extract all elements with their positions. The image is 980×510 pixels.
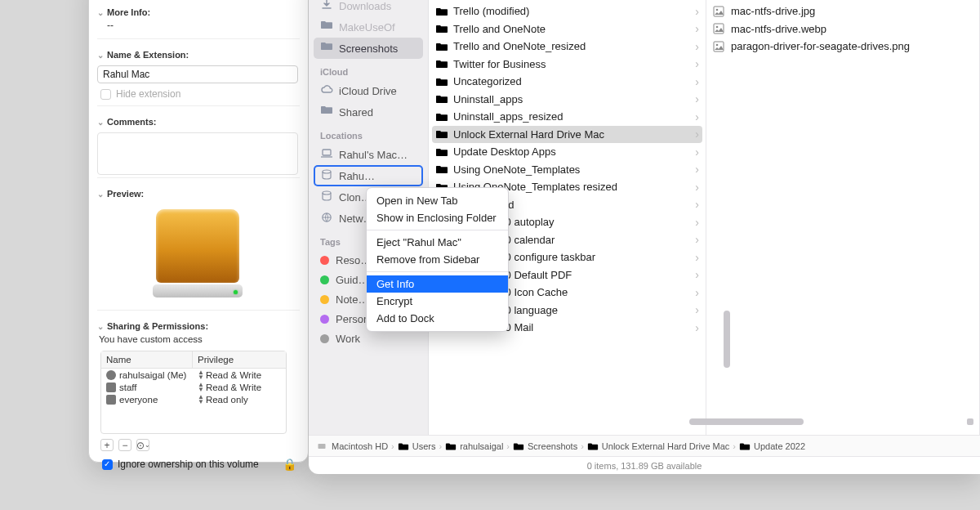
perm-row[interactable]: staff ▲▼Read & Write: [101, 381, 286, 393]
menu-item[interactable]: Add to Dock: [367, 310, 508, 327]
preview-pane: [97, 201, 298, 307]
path-segment[interactable]: Unlock External Hard Drive Mac: [587, 441, 730, 451]
horizontal-scrollbar[interactable]: [439, 418, 967, 425]
folder-icon: [435, 146, 448, 158]
path-segment[interactable]: Screenshots: [513, 441, 577, 451]
context-menu: Open in New TabShow in Enclosing FolderE…: [366, 187, 509, 332]
folder-name: Trello (modified): [453, 5, 695, 17]
sidebar-item[interactable]: iCloud Drive: [314, 80, 423, 101]
sidebar-item[interactable]: Rahul's Mac…: [314, 144, 423, 165]
menu-item[interactable]: Open in New Tab: [367, 192, 508, 209]
name-ext-header[interactable]: ⌄ Name & Extension:: [97, 42, 300, 62]
file-name: mac-ntfs-drive.jpg: [731, 5, 973, 17]
file-row[interactable]: mac-ntfs-drive.webp: [710, 20, 976, 38]
permissions-table: Name Privilege rahulsaigal (Me) ▲▼Read &…: [100, 351, 287, 434]
comments-header[interactable]: ⌄ Comments:: [97, 109, 300, 129]
folder-row[interactable]: Uninstall_apps ›: [432, 91, 702, 109]
path-segment[interactable]: rahulsaigal: [445, 441, 503, 451]
path-segment[interactable]: Update 2022: [739, 441, 805, 451]
chevron-right-icon: ›: [695, 233, 699, 246]
tag-dot-icon: [320, 256, 329, 265]
group-icon: [106, 395, 116, 405]
preview-label: Preview:: [107, 189, 144, 199]
scrollbar-thumb[interactable]: [724, 311, 730, 368]
menu-item[interactable]: Encrypt: [367, 293, 508, 310]
updown-icon[interactable]: ▲▼: [198, 382, 204, 392]
perm-header-priv[interactable]: Privilege: [193, 351, 286, 368]
path-segment[interactable]: Macintosh HD: [317, 441, 388, 451]
more-info-header[interactable]: ⌄ More Info:: [97, 0, 300, 20]
folder-row[interactable]: Trello and OneNote ›: [432, 20, 702, 38]
folder-row[interactable]: Uncategorized ›: [432, 73, 702, 91]
folder-icon: [435, 163, 448, 175]
svg-point-2: [323, 191, 331, 195]
name-input[interactable]: [97, 65, 298, 83]
perm-row[interactable]: rahulsaigal (Me) ▲▼Read & Write: [101, 369, 286, 381]
folder-icon: [435, 41, 448, 52]
menu-item[interactable]: Get Info: [367, 275, 508, 293]
folder-name: Unlock External Hard Drive Mac: [453, 128, 695, 141]
chevron-right-icon: ›: [695, 57, 699, 70]
external-drive-icon: [149, 209, 246, 299]
action-menu-button[interactable]: ⊙⌄: [136, 439, 149, 451]
chevron-down-icon: ⌄: [97, 118, 104, 127]
perm-user: rahulsaigal (Me): [119, 370, 186, 380]
remove-user-button[interactable]: −: [118, 439, 131, 451]
lock-icon[interactable]: 🔒: [283, 458, 296, 471]
file-row[interactable]: paragon-driver-for-seagate-drives.png: [710, 38, 976, 56]
folder-name: Twitter for Business: [453, 58, 695, 70]
sidebar-item-label: Rahu…: [339, 170, 375, 182]
tag-dot-icon: [320, 334, 329, 343]
menu-item[interactable]: Show in Enclosing Folder: [367, 209, 508, 226]
path-label: Update 2022: [754, 441, 805, 451]
path-label: Macintosh HD: [332, 441, 388, 451]
folder-row[interactable]: Update Desktop Apps ›: [432, 143, 702, 161]
folder-row[interactable]: Uninstall_apps_resized ›: [432, 108, 702, 126]
folder-row[interactable]: Trello and OneNote_resized ›: [432, 38, 702, 56]
tag-dot-icon: [320, 275, 329, 284]
perm-row[interactable]: everyone ▲▼Read only: [101, 393, 286, 405]
menu-item[interactable]: Remove from Sidebar: [367, 251, 508, 268]
updown-icon[interactable]: ▲▼: [198, 370, 204, 380]
chevron-right-icon: ›: [695, 303, 699, 316]
chevron-right-icon: ›: [695, 181, 699, 194]
perm-header-name[interactable]: Name: [101, 351, 193, 368]
checkbox-icon[interactable]: [100, 89, 111, 100]
chevron-right-icon: ›: [695, 145, 699, 159]
sidebar-item[interactable]: MakeUseOf: [314, 16, 423, 38]
sharing-header[interactable]: ⌄ Sharing & Permissions:: [97, 313, 300, 333]
column-files[interactable]: mac-ntfs-drive.jpg mac-ntfs-drive.webp p…: [706, 0, 980, 435]
chevron-right-icon: ›: [695, 321, 699, 334]
folder-row[interactable]: Twitter for Business ›: [432, 56, 702, 74]
updown-icon[interactable]: ▲▼: [198, 395, 204, 405]
sidebar-group-icloud: iCloud: [314, 59, 423, 80]
comments-textarea[interactable]: [97, 132, 298, 175]
folder-row[interactable]: Using OneNote_Templates ›: [432, 161, 702, 179]
path-bar[interactable]: Macintosh HD›Users›rahulsaigal›Screensho…: [309, 435, 980, 456]
perm-user: everyone: [119, 395, 158, 405]
sidebar-item-label: MakeUseOf: [339, 21, 395, 34]
add-user-button[interactable]: +: [100, 439, 114, 451]
sidebar-item[interactable]: Rahu…: [314, 165, 423, 186]
menu-item[interactable]: Eject "Rahul Mac": [367, 234, 508, 251]
chevron-right-icon: ›: [695, 40, 699, 53]
path-segment[interactable]: Users: [398, 441, 436, 451]
folder-icon: [435, 93, 448, 105]
chevron-right-icon: ›: [695, 268, 699, 281]
folder-name: Update Desktop Apps: [453, 145, 695, 158]
file-row[interactable]: mac-ntfs-drive.jpg: [710, 2, 976, 20]
sidebar-item[interactable]: Downloads: [314, 0, 423, 16]
sidebar-item[interactable]: Shared: [314, 101, 423, 123]
sidebar-item[interactable]: Screenshots: [314, 38, 423, 59]
folder-row[interactable]: Unlock External Hard Drive Mac ›: [432, 126, 702, 144]
chevron-down-icon: ⌄: [97, 190, 104, 199]
folder-icon: [435, 76, 448, 87]
preview-header[interactable]: ⌄ Preview:: [97, 181, 300, 201]
folder-icon: [320, 41, 333, 56]
svg-rect-4: [318, 444, 326, 449]
path-label: Users: [412, 441, 436, 451]
hide-extension-row[interactable]: Hide extension: [97, 88, 300, 103]
folder-row[interactable]: Trello (modified) ›: [432, 2, 702, 20]
ignore-ownership-checkbox[interactable]: [102, 459, 113, 470]
folder-icon: [435, 6, 448, 17]
